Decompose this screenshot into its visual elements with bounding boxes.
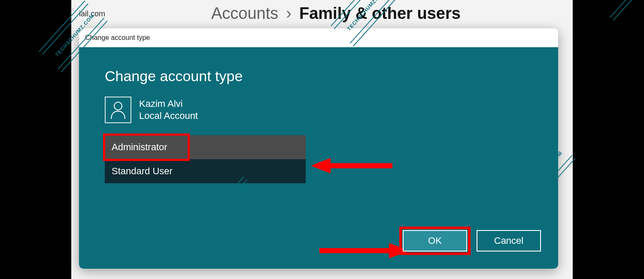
account-type-option-standard-user[interactable]: Standard User (105, 159, 306, 183)
annotation-arrow-icon (311, 156, 392, 175)
dialog-button-row: OK Cancel (403, 230, 541, 252)
change-account-type-dialog: Change account type Change account type … (79, 28, 558, 269)
header: iail.com Accounts › Family & other users (71, 0, 573, 27)
user-avatar-icon (105, 97, 131, 123)
option-label: Standard User (112, 166, 173, 177)
button-label: Cancel (494, 235, 523, 246)
breadcrumb: Accounts › Family & other users (211, 4, 461, 23)
button-label: OK (428, 235, 442, 246)
annotation-arrow-icon (319, 241, 410, 260)
chevron-right-icon: › (286, 4, 292, 23)
option-label: Administrator (112, 142, 167, 153)
user-account-type-label: Local Account (139, 110, 198, 121)
cancel-button[interactable]: Cancel (477, 230, 541, 252)
ok-button[interactable]: OK (403, 230, 467, 252)
account-type-option-administrator[interactable]: Administrator (105, 135, 306, 159)
user-name: Kazim Alvi (139, 98, 198, 109)
account-email-fragment: iail.com (79, 9, 105, 18)
settings-screen: iail.com Accounts › Family & other users… (71, 0, 573, 279)
dialog-body: Change account type Kazim Alvi Local Acc… (79, 47, 558, 269)
dialog-window-title: Change account type (85, 34, 150, 42)
account-type-select[interactable]: Administrator Standard User (105, 135, 306, 183)
user-summary: Kazim Alvi Local Account (105, 97, 532, 123)
svg-marker-2 (311, 158, 331, 173)
dialog-titlebar: Change account type (79, 28, 558, 47)
breadcrumb-current: Family & other users (299, 4, 461, 23)
breadcrumb-parent[interactable]: Accounts (211, 4, 278, 23)
dialog-heading: Change account type (105, 68, 532, 85)
svg-point-0 (114, 102, 122, 110)
